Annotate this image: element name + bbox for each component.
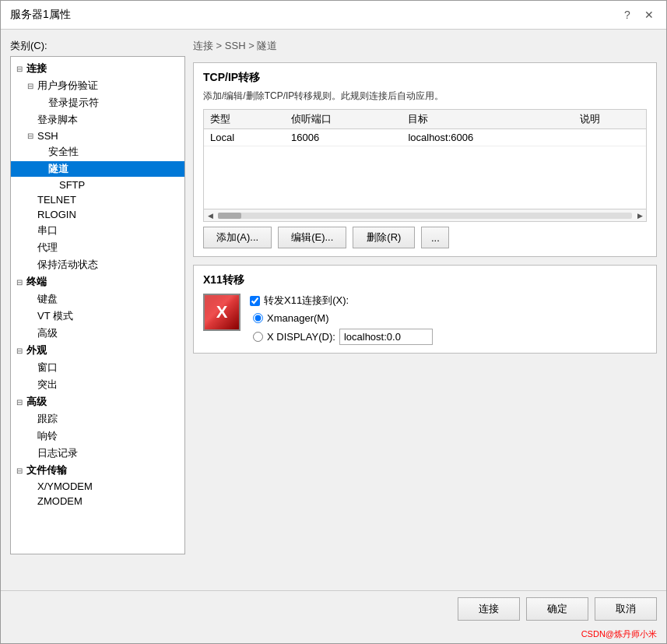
right-panel: 连接 > SSH > 隧道 TCP/IP转移 添加/编辑/删除TCP/IP转移规… (193, 39, 657, 581)
x11-icon (203, 294, 240, 331)
ok-button[interactable]: 确定 (526, 597, 588, 621)
title-bar-controls: ? ✕ (620, 7, 657, 23)
close-button[interactable]: ✕ (641, 7, 657, 23)
tree-item-tracking[interactable]: 跟踪 (11, 410, 184, 428)
tree-item-login-prompt[interactable]: 登录提示符 (11, 94, 184, 111)
table-row[interactable]: Local16006localhost:6006 (204, 129, 646, 146)
tree-item-sftp[interactable]: SFTP (11, 178, 184, 192)
tree-expand-icon-advanced2: ⊟ (14, 398, 25, 406)
tcp-title: TCP/IP转移 (203, 71, 647, 85)
tree-label-advanced: 高级 (37, 326, 58, 340)
tree-expand-icon-file-transfer: ⊟ (14, 466, 25, 475)
xdisplay-label: X DISPLAY(D): (267, 331, 335, 343)
tree-item-keyboard[interactable]: 键盘 (11, 290, 184, 308)
tree-item-zmodem[interactable]: ZMODEM (11, 494, 184, 509)
tree-label-advanced2: 高级 (26, 395, 47, 409)
xmanager-radio[interactable] (253, 313, 263, 323)
horizontal-scrollbar[interactable]: ◀ ▶ (204, 209, 646, 221)
x11-title: X11转移 (203, 273, 647, 287)
xdisplay-radio-row: X DISPLAY(D): (250, 329, 433, 345)
breadcrumb: 连接 > SSH > 隧道 (193, 39, 657, 53)
tree-expand-icon-connection: ⊟ (14, 65, 25, 73)
xmanager-radio-row: Xmanager(M) (250, 312, 433, 324)
tree-item-tunnel[interactable]: 隧道 (11, 160, 184, 178)
scrollbar-thumb[interactable] (218, 213, 241, 219)
tree-item-logging[interactable]: 日志记录 (11, 445, 184, 462)
tree-label-login-script: 登录脚本 (37, 113, 78, 127)
tree-item-xymodem[interactable]: X/YMODEM (11, 479, 184, 494)
tree-item-vt-mode[interactable]: VT 模式 (11, 308, 184, 325)
forward-x11-label: 转发X11连接到(X): (264, 294, 349, 308)
tree-item-advanced2[interactable]: ⊟高级 (11, 393, 184, 410)
tree-item-rlogin[interactable]: RLOGIN (11, 207, 184, 222)
add-button[interactable]: 添加(A)... (203, 227, 272, 248)
spacer (193, 361, 657, 581)
xdisplay-input[interactable] (339, 329, 433, 345)
tree-label-terminal: 终端 (26, 275, 47, 289)
connect-button[interactable]: 连接 (458, 597, 520, 621)
x11-content: 转发X11连接到(X): Xmanager(M) X DISPLAY(D): (203, 294, 647, 345)
tree-label-auth: 用户身份验证 (37, 79, 98, 93)
tree-item-advanced[interactable]: 高级 (11, 325, 184, 342)
tree-label-tunnel: 隧道 (48, 162, 68, 176)
tree-item-serial[interactable]: 串口 (11, 222, 184, 239)
tree-item-appearance[interactable]: ⊟外观 (11, 342, 184, 359)
watermark: CSDN@炼丹师小米 (1, 627, 666, 643)
tree-label-keepalive: 保持活动状态 (37, 258, 98, 272)
tree-item-terminal[interactable]: ⊟终端 (11, 273, 184, 290)
help-button[interactable]: ? (620, 7, 635, 23)
tree-item-bell[interactable]: 响铃 (11, 428, 184, 445)
col-header: 类型 (204, 110, 285, 129)
tree-label-security: 安全性 (48, 145, 79, 159)
tree-label-serial: 串口 (37, 223, 58, 238)
tree-label-connection: 连接 (26, 62, 47, 76)
tree-item-telnet[interactable]: TELNET (11, 192, 184, 207)
tree-item-window[interactable]: 窗口 (11, 359, 184, 376)
forward-x11-checkbox[interactable] (250, 296, 260, 306)
tree-label-highlight: 突出 (37, 378, 58, 392)
tree-expand-icon-appearance: ⊟ (14, 347, 25, 355)
edit-button[interactable]: 编辑(E)... (278, 227, 346, 248)
col-header: 侦听端口 (285, 110, 402, 129)
tree-item-proxy[interactable]: 代理 (11, 239, 184, 256)
tree-container: ⊟连接⊟用户身份验证登录提示符登录脚本⊟SSH安全性隧道SFTPTELNETRL… (10, 56, 185, 554)
tree-label-login-prompt: 登录提示符 (48, 96, 99, 110)
tree-label-tracking: 跟踪 (37, 412, 58, 426)
scroll-left-arrow[interactable]: ◀ (204, 209, 216, 222)
tunnel-table: 类型侦听端口目标说明 Local16006localhost:6006 (204, 110, 646, 146)
tree-item-connection[interactable]: ⊟连接 (11, 60, 184, 77)
tree-label-ssh: SSH (37, 130, 58, 142)
tree-label-file-transfer: 文件传输 (26, 463, 67, 477)
tcp-section: TCP/IP转移 添加/编辑/删除TCP/IP转移规则。此规则连接后自动应用。 … (193, 62, 657, 257)
tree-item-security[interactable]: 安全性 (11, 143, 184, 160)
col-header: 目标 (402, 110, 574, 129)
tree-label-sftp: SFTP (59, 179, 85, 191)
title-bar: 服务器1属性 ? ✕ (1, 1, 666, 30)
tree-label-telnet: TELNET (37, 194, 76, 206)
table-empty-space (204, 146, 646, 209)
tree-item-auth[interactable]: ⊟用户身份验证 (11, 77, 184, 94)
dialog-body: 类别(C): ⊟连接⊟用户身份验证登录提示符登录脚本⊟SSH安全性隧道SFTPT… (1, 30, 666, 590)
category-label: 类别(C): (10, 39, 185, 53)
cancel-button[interactable]: 取消 (595, 597, 657, 621)
tunnel-table-wrapper: 类型侦听端口目标说明 Local16006localhost:6006 ◀ ▶ (203, 109, 647, 222)
tree-label-bell: 响铃 (37, 429, 58, 443)
more-button[interactable]: ... (421, 227, 449, 248)
tree-item-ssh[interactable]: ⊟SSH (11, 128, 184, 143)
scroll-right-arrow[interactable]: ▶ (634, 209, 646, 222)
xdisplay-radio[interactable] (253, 332, 263, 342)
forward-checkbox-row: 转发X11连接到(X): (250, 294, 433, 308)
xmanager-label: Xmanager(M) (267, 312, 328, 324)
tree-label-vt-mode: VT 模式 (37, 309, 73, 323)
tcp-desc: 添加/编辑/删除TCP/IP转移规则。此规则连接后自动应用。 (203, 90, 647, 103)
tree-label-proxy: 代理 (37, 241, 58, 255)
tcp-button-row: 添加(A)... 编辑(E)... 删除(R) ... (203, 227, 647, 248)
tree-item-highlight[interactable]: 突出 (11, 376, 184, 393)
tree-label-logging: 日志记录 (37, 446, 78, 460)
x11-icon-image (203, 294, 240, 331)
delete-button[interactable]: 删除(R) (353, 227, 415, 248)
scrollbar-track[interactable] (218, 213, 632, 219)
tree-item-keepalive[interactable]: 保持活动状态 (11, 256, 184, 273)
tree-item-login-script[interactable]: 登录脚本 (11, 111, 184, 128)
tree-item-file-transfer[interactable]: ⊟文件传输 (11, 462, 184, 479)
